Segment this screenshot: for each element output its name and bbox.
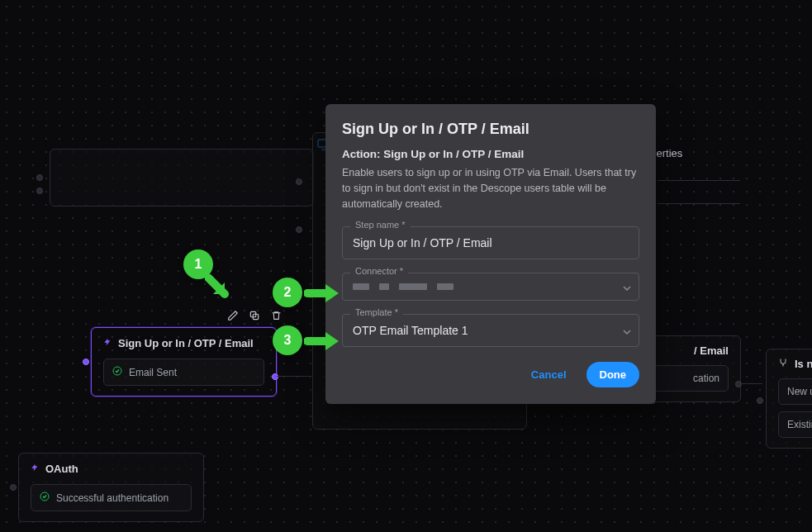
field-connector: Connector * <box>342 273 639 301</box>
node-partial-top <box>50 149 314 207</box>
flow-edge <box>277 376 311 377</box>
node-oauth[interactable]: OAuth Successful authentication <box>18 453 204 522</box>
branch-icon <box>778 358 788 370</box>
node-anchor[interactable] <box>272 373 278 380</box>
template-select[interactable]: OTP Email Template 1 <box>342 314 639 347</box>
node-title: Is new <box>778 358 812 370</box>
field-label: Step name * <box>350 220 411 230</box>
edit-icon[interactable] <box>226 309 240 322</box>
node-output-email-sent[interactable]: Email Sent <box>103 359 264 386</box>
modal-title: Sign Up or In / OTP / Email <box>342 121 639 138</box>
node-anchor <box>296 178 302 185</box>
annotation-badge-3: 3 <box>273 325 302 355</box>
node-signup-otp-email[interactable]: Sign Up or In / OTP / Email Email Sent <box>91 327 277 397</box>
node-title: Sign Up or In / OTP / Email <box>103 336 264 350</box>
modal-actions: Cancel Done <box>342 362 639 387</box>
action-config-modal: Sign Up or In / OTP / Email Action: Sign… <box>325 104 656 404</box>
node-anchor[interactable] <box>10 484 17 491</box>
node-output-new-user[interactable]: New use <box>778 378 812 405</box>
flow-edge <box>658 203 740 204</box>
node-anchor[interactable] <box>83 359 89 365</box>
flow-edge <box>740 383 762 384</box>
annotation-arrow-1 <box>205 274 233 302</box>
node-title-fragment: / Email <box>650 344 729 357</box>
annotation-arrow-2 <box>304 283 340 304</box>
bolt-icon <box>103 336 112 350</box>
connector-select[interactable] <box>342 273 639 301</box>
field-step-name: Step name * <box>342 226 639 259</box>
annotation-badge-2: 2 <box>273 278 302 307</box>
done-button[interactable]: Done <box>586 362 640 387</box>
node-anchor <box>36 174 43 181</box>
duplicate-icon[interactable] <box>248 309 261 322</box>
step-name-input[interactable] <box>342 226 639 259</box>
node-anchor[interactable] <box>757 397 763 404</box>
field-template: Template * OTP Email Template 1 <box>342 314 639 347</box>
node-output-existing[interactable]: Existing <box>778 411 812 438</box>
node-anchor[interactable] <box>735 381 742 387</box>
delete-icon[interactable] <box>269 309 283 322</box>
check-icon <box>112 366 122 378</box>
check-icon <box>40 492 50 504</box>
node-toolbar <box>226 309 283 322</box>
modal-action-line: Action: Sign Up or In / OTP / Email <box>342 148 639 160</box>
bolt-icon <box>31 462 39 476</box>
field-label: Connector * <box>350 266 408 276</box>
node-is-new[interactable]: Is new New use Existing <box>766 349 812 449</box>
field-label: Template * <box>350 307 403 317</box>
node-anchor <box>296 226 302 233</box>
modal-description: Enable users to sign up or in using OTP … <box>342 165 639 211</box>
node-output-fragment: cation <box>650 365 729 392</box>
node-output-successful-auth[interactable]: Successful authentication <box>31 484 192 511</box>
annotation-arrow-3 <box>304 330 340 352</box>
flow-edge <box>658 180 740 181</box>
cancel-button[interactable]: Cancel <box>518 362 580 387</box>
node-title: OAuth <box>31 462 192 476</box>
node-anchor <box>36 188 43 194</box>
